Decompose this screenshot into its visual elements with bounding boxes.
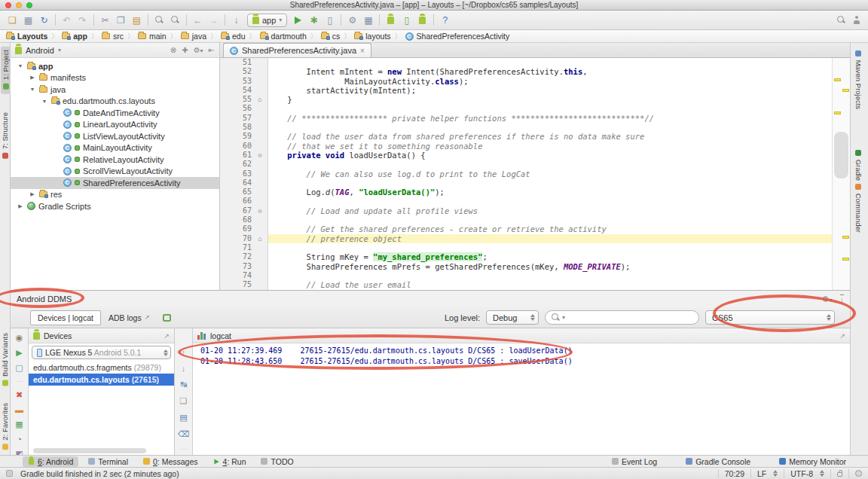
soft-wrap-icon[interactable]: ↹ (180, 380, 187, 389)
logcat-search-input[interactable]: ▾ (545, 310, 699, 325)
project-view-selector[interactable]: Android (26, 46, 54, 55)
debug-icon[interactable]: ✱ (306, 13, 322, 28)
breadcrumb-item-layouts[interactable]: layouts (353, 32, 392, 41)
fold-marker[interactable]: ⌂ (255, 234, 265, 243)
fold-marker[interactable]: ⊖ (255, 206, 265, 215)
error-stripe-mark[interactable] (834, 78, 841, 81)
help-icon[interactable]: ? (437, 13, 453, 28)
monitor-icon[interactable] (414, 13, 430, 28)
capture-view-icon[interactable]: ▢ (15, 363, 23, 373)
inspections-icon[interactable] (848, 469, 868, 478)
sysinfo-icon[interactable]: ▦ (15, 420, 23, 429)
line-separator-select[interactable]: LF (750, 469, 784, 478)
collapse-all-icon[interactable]: ✚ (182, 46, 188, 54)
attach-debugger-icon[interactable]: ▯ (322, 13, 338, 28)
tree-item-linearlayoutactivity[interactable]: CLinearLayoutActivity (11, 119, 219, 131)
tree-item-dateandtimeactivity[interactable]: CDateAndTimeActivity (11, 107, 219, 119)
breadcrumb-item-main[interactable]: main (136, 32, 168, 41)
breadcrumb-item-cs[interactable]: cs (319, 32, 342, 41)
error-stripe-mark[interactable] (842, 236, 849, 239)
process-row[interactable]: edu.dartmouth.cs.layouts(27615) (29, 374, 174, 386)
scrollbar-thumb[interactable] (834, 132, 848, 178)
hide-panel-icon[interactable]: ↓ (840, 294, 845, 304)
save-icon[interactable]: ▦ (20, 13, 36, 28)
tool-window-button-memory-monitor[interactable]: Memory Monitor (774, 456, 851, 467)
tool-window-button-run[interactable]: 4: Run (208, 456, 252, 467)
tree-collapse-arrow[interactable]: ▶ (29, 75, 36, 81)
fold-marker[interactable]: ⌂ (255, 95, 265, 104)
tree-item-app[interactable]: ▼app (11, 60, 219, 72)
tree-item-listviewlayoutactivity[interactable]: CListViewLayoutActivity (11, 130, 219, 142)
editor-tab[interactable]: C SharedPreferencesActivity.java × (223, 43, 371, 57)
close-tab-icon[interactable]: × (360, 47, 365, 55)
tool-stripe-maven-projects[interactable]: Maven Projects (854, 49, 863, 109)
redo-icon[interactable]: ↷ (75, 13, 90, 28)
breadcrumb-item-app[interactable]: app (60, 32, 89, 41)
locate-file-icon[interactable]: ⊗ (170, 46, 176, 54)
breadcrumb-item-java[interactable]: java (179, 32, 208, 41)
process-row[interactable]: edu.dartmouth.cs.fragments(29879) (29, 362, 174, 374)
clear-log-icon[interactable]: ⌫ (178, 429, 190, 439)
tree-item-scrollviewlayoutactivity[interactable]: CScrollViewLayoutActivity (11, 166, 219, 178)
tool-stripe-gradle[interactable]: Gradle (854, 148, 863, 181)
project-structure-icon[interactable]: ▦ (360, 13, 376, 28)
run-configuration-select[interactable]: app▾ (247, 14, 287, 27)
cut-icon[interactable]: ✂ (97, 13, 113, 28)
breadcrumb-item-sharedpreferencesactivity[interactable]: CSharedPreferencesActivity (404, 32, 512, 41)
avd-manager-icon[interactable]: ▯ (399, 13, 414, 28)
find-usages-icon[interactable] (167, 13, 183, 28)
tool-window-button-todo[interactable]: TODO (255, 456, 298, 467)
tree-expand-arrow[interactable]: ▼ (41, 99, 48, 104)
gear-icon[interactable]: ⚙▾ (194, 46, 203, 54)
log-level-select[interactable]: Debug (486, 310, 539, 325)
tool-stripe-1-project[interactable]: 1: Project (1, 47, 11, 94)
popout-icon[interactable]: ↗ (839, 332, 845, 340)
tool-window-button-messages[interactable]: 0: Messages (138, 456, 203, 467)
open-icon[interactable]: ❏ (5, 13, 20, 28)
tree-expand-arrow[interactable]: ▼ (29, 87, 36, 92)
device-select[interactable]: LGE Nexus 5 Android 5.0.1 (32, 346, 171, 359)
breadcrumb-item-src[interactable]: src (100, 32, 125, 41)
breadcrumb-item-layouts[interactable]: Layouts (5, 32, 49, 41)
logcat-filter-select[interactable]: CS65 (705, 310, 835, 325)
screen-record-icon[interactable]: ▶ (16, 348, 22, 358)
error-stripe-mark[interactable] (834, 111, 841, 114)
tool-stripe-2-favorites[interactable]: 2: Favorites (1, 403, 9, 451)
tree-item-sharedpreferencesactivity[interactable]: CSharedPreferencesActivity (11, 177, 219, 189)
breadcrumb-item-edu[interactable]: edu (219, 32, 247, 41)
tool-stripe-7-structure[interactable]: 7: Structure (1, 112, 9, 160)
logcat-output[interactable]: 01-20 11:27:39.469 27615-27615/edu.dartm… (193, 343, 850, 367)
code-area[interactable]: 5152535455⌂565758596061⊖626364656667⊖686… (220, 58, 850, 290)
tree-item-res[interactable]: ▶res (11, 189, 219, 201)
tool-window-button-terminal[interactable]: Terminal (83, 456, 133, 467)
tree-item-java[interactable]: ▼java (11, 84, 219, 96)
copy-icon[interactable]: ❐ (113, 13, 129, 28)
error-stripe[interactable] (832, 58, 850, 290)
popout-icon[interactable]: ↗ (164, 332, 170, 340)
restore-layout-icon[interactable] (163, 314, 171, 322)
tree-collapse-arrow[interactable]: ▶ (17, 203, 24, 209)
chevron-down-icon[interactable]: ▾ (58, 47, 61, 53)
sync-icon[interactable]: ↻ (36, 13, 52, 28)
gear-icon[interactable]: ⚙▾ (822, 294, 833, 304)
tree-item-edu-dartmouth-cs-layouts[interactable]: ▼edu.dartmouth.cs.layouts (11, 96, 219, 108)
tool-window-button-gradle-console[interactable]: Gradle Console (680, 456, 756, 467)
encoding-select[interactable]: UTF-8 (784, 469, 830, 478)
tab-devices-logcat[interactable]: Devices | logcat (30, 310, 101, 325)
method-profiling-icon[interactable]: ◔ (17, 435, 22, 444)
horizontal-scrollbar[interactable] (33, 448, 146, 453)
find-icon[interactable] (151, 13, 167, 28)
paste-icon[interactable]: ▤ (129, 13, 145, 28)
sort-lines-icon[interactable]: ↓ (228, 13, 244, 28)
screenshot-icon[interactable]: ◉ (16, 333, 23, 343)
scroll-up-icon[interactable]: ↑ (182, 348, 186, 357)
search-everywhere-icon[interactable] (837, 16, 845, 24)
tree-item-mainlayoutactivity[interactable]: CMainLayoutActivity (11, 142, 219, 154)
tree-expand-arrow[interactable]: ▼ (17, 63, 24, 69)
run-button[interactable] (290, 13, 306, 28)
forward-icon[interactable]: → (206, 13, 222, 28)
tab-adb-logs[interactable]: ADB logs↗ (101, 310, 157, 325)
back-icon[interactable]: ← (190, 13, 206, 28)
terminate-icon[interactable]: ✖ (16, 390, 23, 400)
sdk-manager-icon[interactable] (383, 13, 399, 28)
